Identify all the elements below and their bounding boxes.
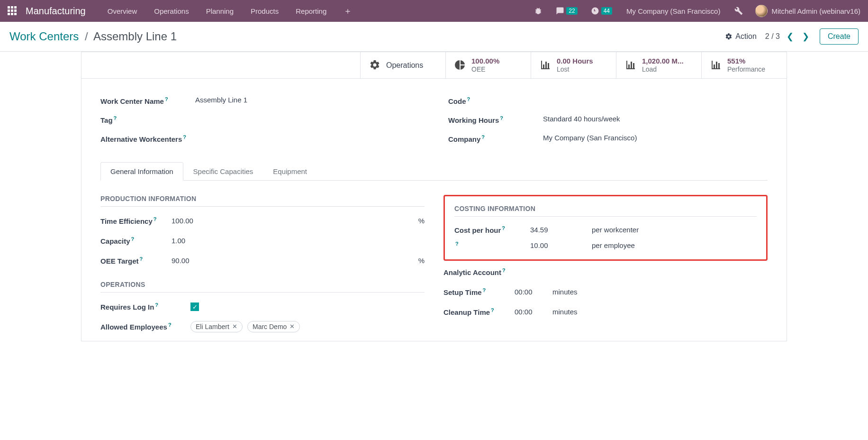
- field-label-alt: Alternative Workcenters?: [100, 134, 195, 144]
- activities-icon[interactable]: 44: [586, 7, 617, 15]
- help-icon[interactable]: ?: [168, 322, 172, 328]
- label-time-efficiency: Time Efficiency?: [100, 216, 172, 225]
- tab-general[interactable]: General Information: [100, 162, 183, 181]
- tab-equipment[interactable]: Equipment: [263, 162, 317, 181]
- field-cost-per-hour[interactable]: 34.59: [530, 226, 592, 234]
- user-menu[interactable]: Mitchell Admin (webinarv16): [751, 5, 860, 17]
- stat-operations[interactable]: Operations: [360, 52, 445, 78]
- label-setup-time: Setup Time?: [443, 287, 515, 296]
- app-title[interactable]: Manufacturing: [26, 6, 86, 17]
- messages-badge: 22: [566, 7, 577, 15]
- field-working-hours[interactable]: Standard 40 hours/week: [543, 115, 768, 123]
- help-icon[interactable]: ?: [502, 225, 505, 231]
- debug-icon[interactable]: [529, 7, 547, 15]
- user-name: Mitchell Admin (webinarv16): [771, 7, 860, 15]
- cost-unit-employee: per employee: [592, 241, 757, 249]
- action-button[interactable]: Action: [725, 32, 756, 41]
- form-sheet: Operations 100.00% OEE 0.00 Hours Lost 1…: [81, 52, 787, 341]
- bar-chart-icon: [540, 59, 551, 71]
- stat-performance[interactable]: 551% Performance: [701, 52, 787, 78]
- help-icon[interactable]: ?: [491, 307, 494, 313]
- help-icon[interactable]: ?: [140, 256, 143, 262]
- stat-buttons: Operations 100.00% OEE 0.00 Hours Lost 1…: [81, 52, 787, 79]
- field-time-efficiency[interactable]: 100.00: [172, 217, 410, 225]
- gear-icon: [369, 59, 380, 71]
- label-cost-employee: ?: [454, 241, 530, 250]
- section-costing: COSTING INFORMATION Cost per hour? 34.59…: [454, 205, 757, 250]
- remove-tag-icon[interactable]: ✕: [289, 323, 295, 330]
- pager-next-icon[interactable]: ❯: [800, 31, 811, 42]
- help-icon[interactable]: ?: [114, 115, 117, 121]
- field-label-hours: Working Hours?: [448, 115, 543, 125]
- tabs: General Information Specific Capacities …: [100, 162, 768, 181]
- help-icon[interactable]: ?: [500, 115, 503, 121]
- pie-chart-icon: [454, 59, 466, 71]
- field-label-code: Code?: [448, 96, 543, 106]
- label-oee-target: OEE Target?: [100, 256, 172, 265]
- bar-chart-icon: [625, 59, 636, 71]
- setup-unit: minutes: [552, 288, 768, 296]
- add-menu-icon[interactable]: ＋: [337, 5, 359, 17]
- field-label-tag: Tag?: [100, 115, 195, 125]
- remove-tag-icon[interactable]: ✕: [232, 323, 237, 330]
- label-cost-per-hour: Cost per hour?: [454, 225, 530, 234]
- field-name[interactable]: Assembly Line 1: [195, 96, 420, 104]
- tab-capacities[interactable]: Specific Capacities: [183, 162, 263, 181]
- field-company[interactable]: My Company (San Francisco): [543, 134, 768, 142]
- label-requires-login: Requires Log In?: [100, 302, 190, 311]
- checkbox-requires-login[interactable]: ✓: [190, 302, 199, 311]
- field-oee-target[interactable]: 90.00: [172, 257, 410, 265]
- field-allowed-employees[interactable]: Eli Lambert✕ Marc Demo✕: [190, 321, 425, 332]
- help-icon[interactable]: ?: [131, 236, 135, 242]
- menu-operations[interactable]: Operations: [147, 7, 195, 15]
- help-icon[interactable]: ?: [155, 302, 158, 308]
- control-panel: Work Centers / Assembly Line 1 Action 2 …: [0, 22, 868, 52]
- help-icon[interactable]: ?: [481, 134, 485, 140]
- top-nav: Manufacturing Overview Operations Planni…: [0, 0, 868, 22]
- activities-badge: 44: [601, 7, 612, 15]
- help-icon[interactable]: ?: [455, 241, 459, 247]
- field-setup-time[interactable]: 00:00: [515, 288, 552, 296]
- pager: 2 / 3 ❮ ❯: [765, 31, 811, 42]
- help-icon[interactable]: ?: [483, 287, 486, 293]
- pager-position: 2 / 3: [765, 32, 780, 41]
- breadcrumb-root[interactable]: Work Centers: [9, 30, 79, 43]
- company-switcher[interactable]: My Company (San Francisco): [621, 7, 726, 15]
- field-label-company: Company?: [448, 134, 543, 144]
- costing-header: COSTING INFORMATION: [454, 205, 757, 217]
- messages-icon[interactable]: 22: [551, 7, 582, 15]
- breadcrumb: Work Centers / Assembly Line 1: [9, 30, 177, 43]
- label-cleanup-time: Cleanup Time?: [443, 307, 515, 316]
- breadcrumb-current: Assembly Line 1: [93, 30, 177, 43]
- help-icon[interactable]: ?: [183, 134, 186, 140]
- stat-oee[interactable]: 100.00% OEE: [445, 52, 531, 78]
- menu-products[interactable]: Products: [244, 7, 285, 15]
- employee-tag[interactable]: Marc Demo✕: [247, 321, 300, 332]
- stat-lost[interactable]: 0.00 Hours Lost: [531, 52, 616, 78]
- employee-tag[interactable]: Eli Lambert✕: [190, 321, 243, 332]
- pager-prev-icon[interactable]: ❮: [785, 31, 796, 42]
- field-capacity[interactable]: 1.00: [172, 237, 410, 245]
- operations-header: OPERATIONS: [100, 281, 425, 293]
- field-cleanup-time[interactable]: 00:00: [515, 308, 552, 316]
- label-allowed-employees: Allowed Employees?: [100, 322, 190, 331]
- menu-planning[interactable]: Planning: [199, 7, 240, 15]
- menu-reporting[interactable]: Reporting: [289, 7, 333, 15]
- apps-icon[interactable]: [8, 6, 17, 16]
- help-icon[interactable]: ?: [467, 96, 470, 102]
- section-operations: OPERATIONS Requires Log In? ✓ Allowed Em…: [100, 281, 425, 332]
- help-icon[interactable]: ?: [154, 216, 157, 222]
- cost-unit-workcenter: per workcenter: [592, 226, 757, 234]
- section-production: PRODUCTION INFORMATION Time Efficiency? …: [100, 195, 425, 266]
- stat-load[interactable]: 1,020.00 M... Load: [616, 52, 701, 78]
- tools-icon[interactable]: [730, 7, 748, 15]
- label-capacity: Capacity?: [100, 236, 172, 245]
- help-icon[interactable]: ?: [165, 96, 168, 102]
- help-icon[interactable]: ?: [502, 267, 506, 273]
- bar-chart-icon: [710, 59, 722, 71]
- field-cost-employee[interactable]: 10.00: [530, 241, 592, 249]
- avatar: [755, 5, 768, 17]
- create-button[interactable]: Create: [820, 28, 859, 45]
- production-header: PRODUCTION INFORMATION: [100, 195, 425, 207]
- menu-overview[interactable]: Overview: [101, 7, 144, 15]
